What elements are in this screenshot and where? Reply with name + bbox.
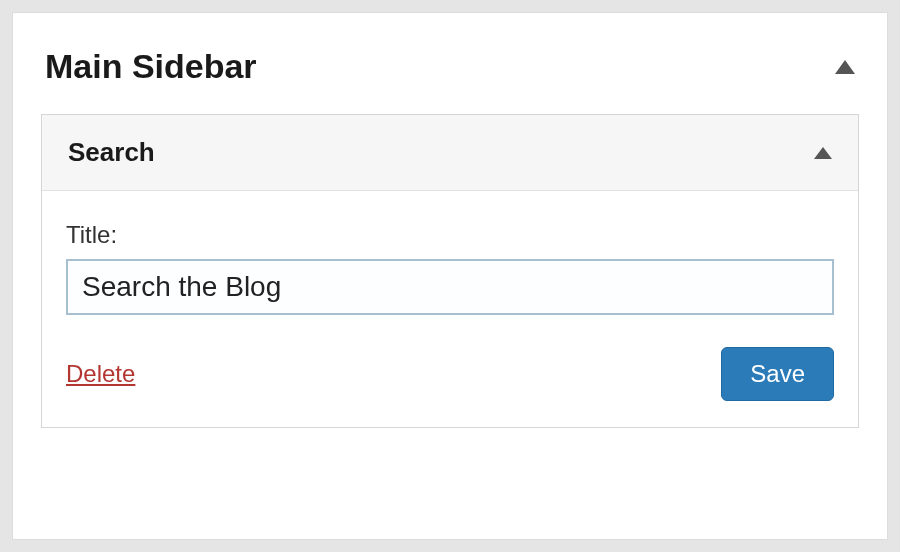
title-input[interactable] [66, 259, 834, 315]
collapse-icon[interactable] [835, 60, 855, 74]
sidebar-panel: Main Sidebar Search Title: Delete Save [12, 12, 888, 540]
collapse-icon[interactable] [814, 147, 832, 159]
save-button[interactable]: Save [721, 347, 834, 401]
widget-header[interactable]: Search [42, 115, 858, 191]
sidebar-title: Main Sidebar [45, 47, 257, 86]
widget-body: Title: Delete Save [42, 191, 858, 427]
delete-button[interactable]: Delete [66, 360, 135, 388]
sidebar-header[interactable]: Main Sidebar [41, 37, 859, 114]
widget-title: Search [68, 137, 155, 168]
search-widget: Search Title: Delete Save [41, 114, 859, 428]
widget-actions: Delete Save [66, 347, 834, 401]
title-label: Title: [66, 221, 834, 249]
